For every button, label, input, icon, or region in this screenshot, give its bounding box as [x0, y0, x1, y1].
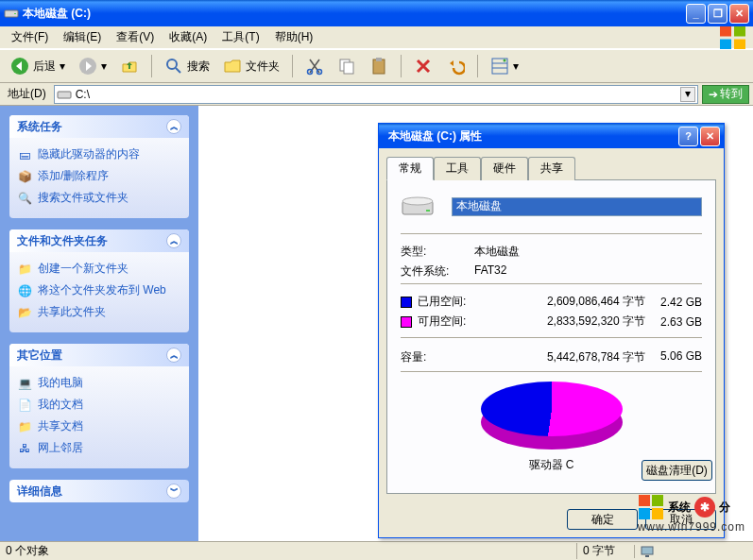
folders-button[interactable]: 文件夹: [218, 53, 284, 79]
dropdown-icon: ▾: [513, 59, 519, 73]
menu-edit[interactable]: 编辑(E): [56, 27, 109, 47]
menu-file[interactable]: 文件(F): [4, 27, 56, 47]
panel-other-places: 其它位置 ︽ 💻我的电脑 📄我的文档 📁共享文档 🖧网上邻居: [9, 344, 189, 468]
menu-favorites[interactable]: 收藏(A): [162, 27, 214, 47]
panel-header[interactable]: 系统任务 ︽: [9, 115, 189, 138]
dialog-titlebar[interactable]: 本地磁盘 (C:) 属性 ? ✕: [379, 124, 724, 148]
task-search[interactable]: 🔍搜索文件或文件夹: [17, 187, 181, 209]
svg-rect-1: [14, 13, 16, 14]
help-button[interactable]: ?: [678, 127, 698, 146]
cut-button[interactable]: [300, 53, 329, 79]
toolbar: 后退 ▾ ▾ 搜索 文件夹 ▾: [0, 49, 753, 83]
cap-human: 5.06 GB: [645, 349, 702, 365]
up-button[interactable]: [115, 53, 144, 79]
task-my-computer[interactable]: 💻我的电脑: [17, 372, 181, 394]
svg-point-8: [167, 59, 177, 69]
search-button[interactable]: 搜索: [160, 53, 214, 79]
share-icon: 📂: [17, 305, 32, 320]
separator: [477, 55, 478, 77]
task-publish[interactable]: 🌐将这个文件夹发布到 Web: [17, 280, 181, 301]
tab-hardware[interactable]: 硬件: [481, 157, 528, 180]
free-label: 可用空间:: [418, 314, 493, 330]
drive-label: 驱动器 C: [529, 457, 574, 473]
task-shared-docs[interactable]: 📁共享文档: [17, 416, 181, 437]
address-combo[interactable]: C:\ ▾: [54, 85, 698, 104]
window-title: 本地磁盘 (C:): [23, 6, 684, 22]
separator: [401, 371, 702, 372]
task-label: 创建一个新文件夹: [38, 261, 128, 277]
close-button[interactable]: ✕: [729, 4, 749, 24]
svg-rect-15: [376, 58, 382, 61]
address-label: 地址(D): [4, 86, 50, 102]
svg-line-9: [176, 68, 180, 73]
panel-details: 详细信息 ︾: [9, 480, 189, 502]
views-button[interactable]: ▾: [486, 53, 523, 79]
used-bytes: 2,609,086,464 字节: [493, 294, 645, 310]
status-bytes: 0 字节: [576, 543, 615, 559]
status-zone: [634, 545, 747, 558]
task-network[interactable]: 🖧网上邻居: [17, 437, 181, 459]
go-button[interactable]: ➔ 转到: [702, 85, 749, 104]
chevron-up-icon[interactable]: ︽: [166, 119, 181, 134]
ok-button[interactable]: 确定: [567, 509, 638, 530]
chevron-down-icon[interactable]: ︾: [166, 484, 181, 499]
task-label: 搜索文件或文件夹: [38, 190, 128, 206]
disk-cleanup-button[interactable]: 磁盘清理(D): [642, 460, 712, 481]
drive-name-input[interactable]: 本地磁盘: [452, 197, 702, 216]
search-label: 搜索: [187, 59, 210, 75]
chevron-up-icon[interactable]: ︽: [166, 233, 181, 248]
watermark: 系统 ✱ 分 www.win7999.com: [638, 494, 745, 534]
free-bytes: 2,833,592,320 字节: [493, 314, 645, 330]
panel-header[interactable]: 文件和文件夹任务 ︽: [9, 229, 189, 252]
tab-general[interactable]: 常规: [386, 157, 434, 180]
panel-header[interactable]: 其它位置 ︽: [9, 344, 189, 366]
panel-header[interactable]: 详细信息 ︾: [9, 480, 189, 502]
folders-label: 文件夹: [246, 59, 280, 75]
properties-dialog: 本地磁盘 (C:) 属性 ? ✕ 常规 工具 硬件 共享 本地磁盘 类型:本地磁…: [378, 123, 725, 538]
back-label: 后退: [33, 59, 56, 75]
search-icon: 🔍: [17, 191, 32, 206]
type-value: 本地磁盘: [474, 244, 520, 260]
titlebar[interactable]: 本地磁盘 (C:) _ ❐ ✕: [0, 0, 753, 26]
task-add-remove[interactable]: 📦添加/删除程序: [17, 165, 181, 187]
undo-button[interactable]: [441, 53, 470, 79]
svg-rect-13: [344, 62, 353, 74]
task-new-folder[interactable]: 📁创建一个新文件夹: [17, 258, 181, 280]
task-my-documents[interactable]: 📄我的文档: [17, 394, 181, 416]
copy-button[interactable]: [333, 53, 361, 79]
computer-icon: 💻: [17, 376, 32, 391]
svg-point-19: [504, 59, 506, 62]
task-label: 隐藏此驱动器的内容: [38, 146, 140, 162]
dialog-close-button[interactable]: ✕: [700, 127, 720, 146]
task-hide-drive[interactable]: 🖴隐藏此驱动器的内容: [17, 144, 181, 165]
minimize-button[interactable]: _: [686, 4, 706, 24]
task-share[interactable]: 📂共享此文件夹: [17, 301, 181, 323]
svg-rect-22: [645, 555, 649, 557]
sidebar: 系统任务 ︽ 🖴隐藏此驱动器的内容 📦添加/删除程序 🔍搜索文件或文件夹 文件和…: [0, 106, 198, 541]
menu-view[interactable]: 查看(V): [109, 27, 162, 47]
delete-button[interactable]: [409, 53, 437, 79]
task-label: 我的电脑: [38, 375, 83, 391]
cap-label: 容量:: [401, 349, 493, 365]
dropdown-icon: ▾: [60, 59, 65, 73]
maximize-button[interactable]: ❐: [708, 4, 727, 24]
dropdown-icon[interactable]: ▾: [680, 87, 695, 102]
task-label: 共享文档: [38, 418, 83, 434]
menu-tools[interactable]: 工具(T): [214, 27, 266, 47]
fs-value: FAT32: [474, 263, 506, 280]
panel-system-tasks: 系统任务 ︽ 🖴隐藏此驱动器的内容 📦添加/删除程序 🔍搜索文件或文件夹: [9, 115, 189, 218]
menu-help[interactable]: 帮助(H): [267, 27, 321, 47]
svg-rect-4: [720, 40, 731, 50]
separator: [401, 337, 702, 338]
chevron-up-icon[interactable]: ︽: [166, 348, 181, 363]
tab-sharing[interactable]: 共享: [528, 157, 575, 180]
used-swatch: [401, 297, 412, 308]
used-human: 2.42 GB: [645, 296, 702, 309]
forward-button[interactable]: ▾: [74, 53, 111, 79]
dropdown-icon: ▾: [101, 59, 107, 73]
addressbar: 地址(D) C:\ ▾ ➔ 转到: [0, 83, 753, 106]
back-button[interactable]: 后退 ▾: [6, 53, 70, 79]
tab-tools[interactable]: 工具: [434, 157, 481, 180]
paste-button[interactable]: [365, 53, 393, 79]
separator: [401, 233, 702, 234]
